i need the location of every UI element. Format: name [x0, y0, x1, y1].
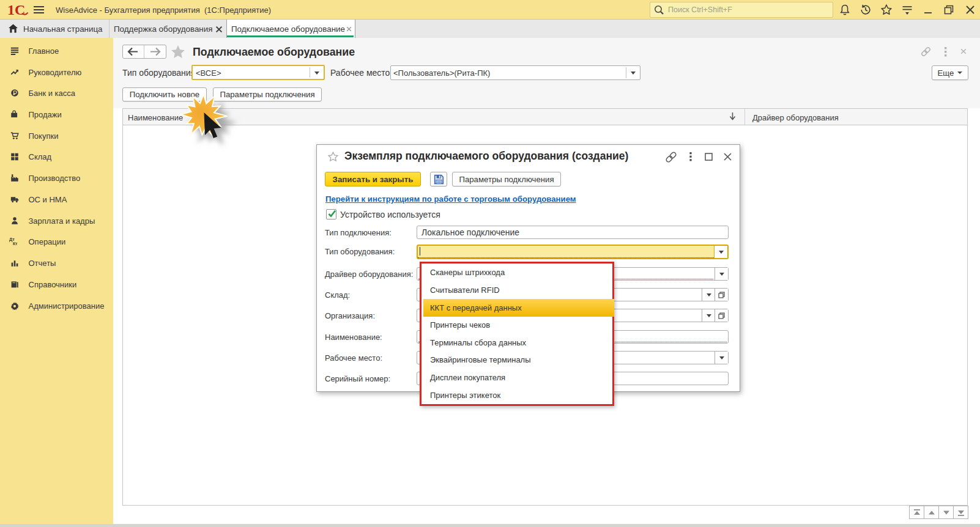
- svg-text:1: 1: [8, 3, 15, 17]
- svg-text:Кт: Кт: [13, 241, 18, 246]
